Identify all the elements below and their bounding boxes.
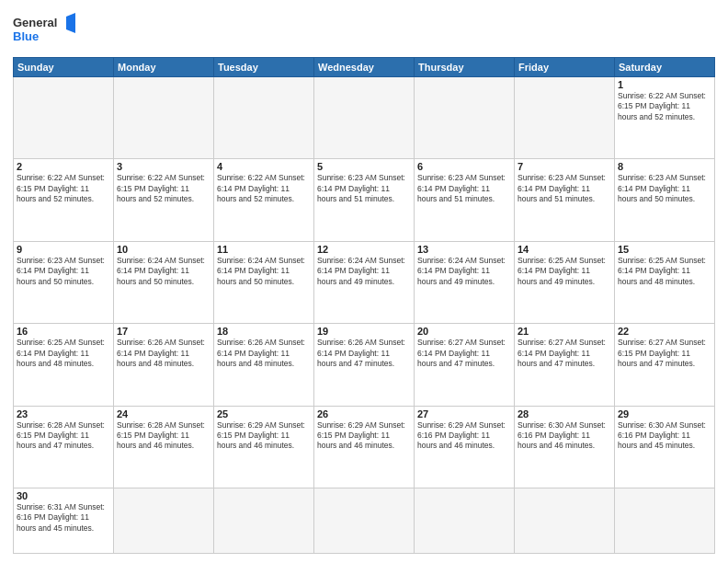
calendar-cell xyxy=(314,77,415,159)
calendar-cell: 29Sunrise: 6:30 AM Sunset: 6:16 PM Dayli… xyxy=(615,406,715,488)
cell-info: Sunrise: 6:31 AM Sunset: 6:16 PM Dayligh… xyxy=(17,502,110,534)
cell-date: 16 xyxy=(17,326,110,337)
cell-info: Sunrise: 6:24 AM Sunset: 6:14 PM Dayligh… xyxy=(217,256,311,287)
cell-date: 9 xyxy=(17,244,110,255)
day-header-thursday: Thursday xyxy=(415,58,515,77)
calendar-cell: 11Sunrise: 6:24 AM Sunset: 6:14 PM Dayli… xyxy=(214,241,314,323)
cell-info: Sunrise: 6:25 AM Sunset: 6:14 PM Dayligh… xyxy=(17,338,110,369)
cell-info: Sunrise: 6:27 AM Sunset: 6:15 PM Dayligh… xyxy=(618,338,711,369)
cell-date: 26 xyxy=(317,408,411,419)
cell-date: 15 xyxy=(618,244,711,255)
calendar-cell: 23Sunrise: 6:28 AM Sunset: 6:15 PM Dayli… xyxy=(14,406,114,488)
cell-date: 21 xyxy=(518,326,611,337)
calendar-header-row: SundayMondayTuesdayWednesdayThursdayFrid… xyxy=(14,58,715,77)
cell-info: Sunrise: 6:29 AM Sunset: 6:15 PM Dayligh… xyxy=(317,420,411,452)
calendar-cell: 7Sunrise: 6:23 AM Sunset: 6:14 PM Daylig… xyxy=(515,159,615,241)
cell-info: Sunrise: 6:27 AM Sunset: 6:14 PM Dayligh… xyxy=(417,338,511,369)
calendar-cell: 6Sunrise: 6:23 AM Sunset: 6:14 PM Daylig… xyxy=(415,159,515,241)
calendar-cell xyxy=(415,77,515,159)
calendar-cell: 2Sunrise: 6:22 AM Sunset: 6:15 PM Daylig… xyxy=(14,159,114,241)
calendar-cell: 8Sunrise: 6:23 AM Sunset: 6:14 PM Daylig… xyxy=(615,159,715,241)
cell-info: Sunrise: 6:28 AM Sunset: 6:15 PM Dayligh… xyxy=(117,420,210,452)
cell-date: 7 xyxy=(518,161,611,172)
cell-date: 2 xyxy=(17,161,110,172)
cell-info: Sunrise: 6:23 AM Sunset: 6:14 PM Dayligh… xyxy=(17,256,110,287)
cell-info: Sunrise: 6:24 AM Sunset: 6:14 PM Dayligh… xyxy=(117,256,210,287)
cell-date: 6 xyxy=(417,161,511,172)
cell-date: 28 xyxy=(518,408,611,419)
cell-date: 1 xyxy=(618,79,711,90)
cell-date: 4 xyxy=(217,161,311,172)
cell-date: 8 xyxy=(618,161,711,172)
cell-info: Sunrise: 6:26 AM Sunset: 6:14 PM Dayligh… xyxy=(217,338,311,369)
calendar-cell: 1Sunrise: 6:22 AM Sunset: 6:15 PM Daylig… xyxy=(615,77,715,159)
calendar-cell: 3Sunrise: 6:22 AM Sunset: 6:15 PM Daylig… xyxy=(114,159,214,241)
cell-info: Sunrise: 6:25 AM Sunset: 6:14 PM Dayligh… xyxy=(618,256,711,287)
calendar-cell: 5Sunrise: 6:23 AM Sunset: 6:14 PM Daylig… xyxy=(314,159,415,241)
svg-marker-2 xyxy=(66,13,75,33)
cell-date: 11 xyxy=(217,244,311,255)
cell-date: 24 xyxy=(117,408,210,419)
calendar-cell: 10Sunrise: 6:24 AM Sunset: 6:14 PM Dayli… xyxy=(114,241,214,323)
calendar-table: SundayMondayTuesdayWednesdayThursdayFrid… xyxy=(13,57,715,554)
logo: General Blue xyxy=(13,13,77,52)
calendar-cell: 26Sunrise: 6:29 AM Sunset: 6:15 PM Dayli… xyxy=(314,406,415,488)
calendar-cell xyxy=(515,77,615,159)
calendar-cell: 30Sunrise: 6:31 AM Sunset: 6:16 PM Dayli… xyxy=(14,488,114,553)
cell-info: Sunrise: 6:22 AM Sunset: 6:15 PM Dayligh… xyxy=(117,173,210,204)
calendar-cell xyxy=(314,488,415,553)
calendar-cell xyxy=(114,488,214,553)
calendar-cell: 25Sunrise: 6:29 AM Sunset: 6:15 PM Dayli… xyxy=(214,406,314,488)
cell-info: Sunrise: 6:23 AM Sunset: 6:14 PM Dayligh… xyxy=(518,173,611,204)
cell-info: Sunrise: 6:30 AM Sunset: 6:16 PM Dayligh… xyxy=(618,420,711,452)
calendar-cell xyxy=(214,488,314,553)
day-header-monday: Monday xyxy=(114,58,214,77)
calendar-cell: 9Sunrise: 6:23 AM Sunset: 6:14 PM Daylig… xyxy=(14,241,114,323)
cell-info: Sunrise: 6:23 AM Sunset: 6:14 PM Dayligh… xyxy=(618,173,711,204)
svg-text:General: General xyxy=(13,16,57,29)
day-header-tuesday: Tuesday xyxy=(214,58,314,77)
cell-date: 23 xyxy=(17,408,110,419)
calendar-cell xyxy=(14,77,114,159)
cell-date: 3 xyxy=(117,161,210,172)
cell-date: 25 xyxy=(217,408,311,419)
calendar-cell: 15Sunrise: 6:25 AM Sunset: 6:14 PM Dayli… xyxy=(615,241,715,323)
cell-info: Sunrise: 6:24 AM Sunset: 6:14 PM Dayligh… xyxy=(317,256,411,287)
cell-info: Sunrise: 6:30 AM Sunset: 6:16 PM Dayligh… xyxy=(518,420,611,452)
cell-info: Sunrise: 6:24 AM Sunset: 6:14 PM Dayligh… xyxy=(417,256,511,287)
header: General Blue xyxy=(13,9,715,52)
day-header-saturday: Saturday xyxy=(615,58,715,77)
calendar-cell: 12Sunrise: 6:24 AM Sunset: 6:14 PM Dayli… xyxy=(314,241,415,323)
cell-date: 12 xyxy=(317,244,411,255)
cell-info: Sunrise: 6:22 AM Sunset: 6:15 PM Dayligh… xyxy=(17,173,110,204)
cell-info: Sunrise: 6:26 AM Sunset: 6:14 PM Dayligh… xyxy=(117,338,210,369)
cell-info: Sunrise: 6:28 AM Sunset: 6:15 PM Dayligh… xyxy=(17,420,110,452)
cell-date: 10 xyxy=(117,244,210,255)
day-header-wednesday: Wednesday xyxy=(314,58,415,77)
calendar-cell: 14Sunrise: 6:25 AM Sunset: 6:14 PM Dayli… xyxy=(515,241,615,323)
cell-date: 20 xyxy=(417,326,511,337)
day-header-sunday: Sunday xyxy=(14,58,114,77)
calendar-cell: 27Sunrise: 6:29 AM Sunset: 6:16 PM Dayli… xyxy=(415,406,515,488)
calendar-cell: 13Sunrise: 6:24 AM Sunset: 6:14 PM Dayli… xyxy=(415,241,515,323)
cell-date: 22 xyxy=(618,326,711,337)
calendar-cell xyxy=(415,488,515,553)
cell-date: 29 xyxy=(618,408,711,419)
cell-date: 5 xyxy=(317,161,411,172)
calendar-cell: 18Sunrise: 6:26 AM Sunset: 6:14 PM Dayli… xyxy=(214,324,314,406)
cell-date: 19 xyxy=(317,326,411,337)
calendar-cell: 19Sunrise: 6:26 AM Sunset: 6:14 PM Dayli… xyxy=(314,324,415,406)
calendar-cell xyxy=(114,77,214,159)
calendar-cell: 4Sunrise: 6:22 AM Sunset: 6:14 PM Daylig… xyxy=(214,159,314,241)
cell-info: Sunrise: 6:25 AM Sunset: 6:14 PM Dayligh… xyxy=(518,256,611,287)
cell-info: Sunrise: 6:29 AM Sunset: 6:15 PM Dayligh… xyxy=(217,420,311,452)
cell-date: 18 xyxy=(217,326,311,337)
cell-info: Sunrise: 6:26 AM Sunset: 6:14 PM Dayligh… xyxy=(317,338,411,369)
calendar-cell xyxy=(515,488,615,553)
calendar-cell: 22Sunrise: 6:27 AM Sunset: 6:15 PM Dayli… xyxy=(615,324,715,406)
cell-date: 17 xyxy=(117,326,210,337)
cell-date: 27 xyxy=(417,408,511,419)
svg-text:Blue: Blue xyxy=(13,29,39,43)
day-header-friday: Friday xyxy=(515,58,615,77)
cell-info: Sunrise: 6:22 AM Sunset: 6:14 PM Dayligh… xyxy=(217,173,311,204)
